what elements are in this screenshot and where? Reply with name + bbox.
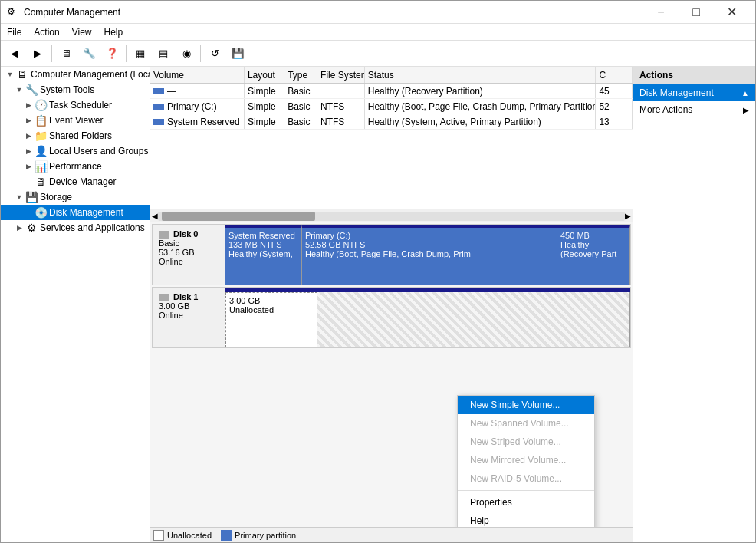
context-menu: New Simple Volume... New Spanned Volume.… — [457, 395, 595, 527]
menu-file[interactable]: File — [1, 25, 28, 39]
maximize-button[interactable]: □ — [679, 1, 714, 24]
col-status[interactable]: Status — [365, 67, 597, 83]
col-fs[interactable]: File System — [317, 67, 365, 83]
tree-disk-label: Disk Management — [49, 207, 123, 218]
disk-0-name: Disk 0 — [173, 229, 198, 239]
performance-icon: 📊 — [35, 160, 47, 173]
tree-toggle-event: ▶ — [22, 114, 35, 127]
right-panel: Volume Layout Type File System Status C … — [150, 67, 633, 542]
tree-local-users[interactable]: ▶ 👤 Local Users and Groups — [1, 143, 150, 159]
disk-1-status: Online — [159, 311, 183, 320]
h-scrollbar[interactable]: ◀ ▶ — [150, 209, 633, 222]
ctx-new-spanned[interactable]: New Spanned Volume... — [458, 414, 594, 433]
h-scroll-track[interactable] — [158, 212, 625, 221]
partition-sr-size: 133 MB NTFS — [228, 240, 298, 249]
menu-help[interactable]: Help — [98, 25, 130, 39]
partition-c-name: Primary (C:) — [305, 231, 554, 240]
cell-volume-0: — — [150, 84, 245, 98]
toolbar-properties[interactable]: 🔧 — [78, 44, 100, 64]
col-layout[interactable]: Layout — [245, 67, 284, 83]
tree-event-viewer[interactable]: ▶ 📋 Event Viewer — [1, 113, 150, 128]
partition-unallocated-large[interactable] — [317, 292, 630, 347]
tree-shared-label: Shared Folders — [49, 130, 112, 141]
legend-unallocated-box — [153, 530, 164, 541]
menu-action[interactable]: Action — [28, 25, 65, 39]
tree-toggle-device — [22, 176, 35, 188]
partition-recovery[interactable]: 450 MB Healthy (Recovery Part — [557, 225, 630, 285]
app-icon: ⚙ — [7, 6, 19, 18]
tree-perf-label: Performance — [49, 161, 102, 172]
col-c[interactable]: C — [596, 67, 633, 83]
toolbar-action2[interactable]: ▤ — [153, 44, 174, 64]
toolbar-sep1 — [51, 45, 52, 62]
toolbar-action3[interactable]: ◉ — [176, 44, 197, 64]
cell-type-1: Basic — [284, 99, 317, 114]
toolbar-refresh[interactable]: ↺ — [204, 44, 225, 64]
action-more[interactable]: More Actions ▶ — [633, 101, 755, 118]
disk-0-size: 53.16 GB — [159, 248, 194, 257]
action-more-label: More Actions — [639, 104, 692, 115]
unallocated-size: 3.00 GB — [229, 296, 314, 305]
actions-title: Actions — [633, 67, 755, 84]
toolbar-back[interactable]: ◀ — [4, 44, 25, 64]
ctx-new-simple[interactable]: New Simple Volume... — [458, 396, 594, 414]
tree-device-manager[interactable]: 🖥 Device Manager — [1, 174, 150, 189]
table-row[interactable]: — Simple Basic Healthy (Recovery Partiti… — [150, 84, 633, 99]
tree-toggle-shared: ▶ — [22, 130, 35, 142]
cell-layout-2: Simple — [245, 114, 284, 129]
tree-services[interactable]: ▶ ⚙ Services and Applications — [1, 220, 150, 235]
main-window: ⚙ Computer Management − □ ✕ File Action … — [0, 0, 756, 543]
partition-primary-c[interactable]: Primary (C:) 52.58 GB NTFS Healthy (Boot… — [302, 225, 557, 285]
menu-view[interactable]: View — [66, 25, 98, 39]
volume-table: Volume Layout Type File System Status C … — [150, 67, 633, 209]
cell-volume-1: Primary (C:) — [150, 99, 245, 114]
cell-status-0: Healthy (Recovery Partition) — [365, 84, 597, 98]
h-scroll-thumb[interactable] — [162, 212, 315, 221]
action-more-arrow: ▶ — [743, 106, 749, 114]
cell-c-2: 13 — [596, 114, 633, 129]
ctx-help[interactable]: Help — [458, 512, 594, 527]
toolbar-help[interactable]: ❓ — [101, 44, 123, 64]
cell-layout-0: Simple — [245, 84, 284, 98]
tree-shared-folders[interactable]: ▶ 📁 Shared Folders — [1, 128, 150, 143]
partition-c-status: Healthy (Boot, Page File, Crash Dump, Pr… — [305, 249, 554, 258]
action-disk-management[interactable]: Disk Management ▲ — [633, 84, 755, 101]
partition-system-reserved[interactable]: System Reserved 133 MB NTFS Healthy (Sys… — [225, 225, 302, 285]
cell-status-2: Healthy (System, Active, Primary Partiti… — [365, 114, 597, 129]
h-scroll-right[interactable]: ▶ — [625, 212, 631, 220]
tree-performance[interactable]: ▶ 📊 Performance — [1, 159, 150, 174]
disk-1-name: Disk 1 — [173, 292, 198, 301]
tree-root[interactable]: ▼ 🖥 Computer Management (Local — [1, 67, 150, 82]
partition-c-size: 52.58 GB NTFS — [305, 240, 554, 249]
toolbar-forward[interactable]: ▶ — [27, 44, 48, 64]
minimize-button[interactable]: − — [643, 1, 679, 24]
tree-system-tools[interactable]: ▼ 🔧 System Tools — [1, 82, 150, 97]
tree-services-label: Services and Applications — [40, 222, 145, 233]
device-manager-icon: 🖥 — [35, 176, 47, 188]
h-scroll-left[interactable]: ◀ — [152, 212, 158, 220]
ctx-properties[interactable]: Properties — [458, 493, 594, 512]
partition-rec-size: 450 MB — [560, 231, 626, 240]
col-type[interactable]: Type — [284, 67, 317, 83]
toolbar-action1[interactable]: ▦ — [130, 44, 151, 64]
tree-disk-management[interactable]: 💿 Disk Management — [1, 205, 150, 220]
legend-unallocated: Unallocated — [153, 530, 212, 541]
cell-volume-2: System Reserved — [150, 114, 245, 129]
table-row[interactable]: Primary (C:) Simple Basic NTFS Healthy (… — [150, 99, 633, 114]
disk-1-partitions: 3.00 GB Unallocated — [225, 288, 630, 347]
col-volume[interactable]: Volume — [150, 67, 245, 83]
ctx-new-striped[interactable]: New Striped Volume... — [458, 433, 594, 451]
close-button[interactable]: ✕ — [714, 1, 749, 24]
cell-fs-2: NTFS — [317, 114, 365, 129]
tree-storage[interactable]: ▼ 💾 Storage — [1, 189, 150, 205]
cell-fs-1: NTFS — [317, 99, 365, 114]
table-row[interactable]: System Reserved Simple Basic NTFS Health… — [150, 114, 633, 130]
ctx-new-mirrored[interactable]: New Mirrored Volume... — [458, 451, 594, 469]
tree-task-scheduler[interactable]: ▶ 🕐 Task Scheduler — [1, 97, 150, 113]
disk-0-label: Disk 0 Basic 53.16 GB Online — [153, 225, 225, 285]
tree-toggle-services: ▶ — [13, 222, 25, 234]
toolbar-export[interactable]: 💾 — [227, 44, 248, 64]
ctx-new-raid[interactable]: New RAID-5 Volume... — [458, 469, 594, 488]
partition-unallocated[interactable]: 3.00 GB Unallocated — [225, 292, 317, 347]
toolbar-up[interactable]: 🖥 — [55, 44, 77, 64]
